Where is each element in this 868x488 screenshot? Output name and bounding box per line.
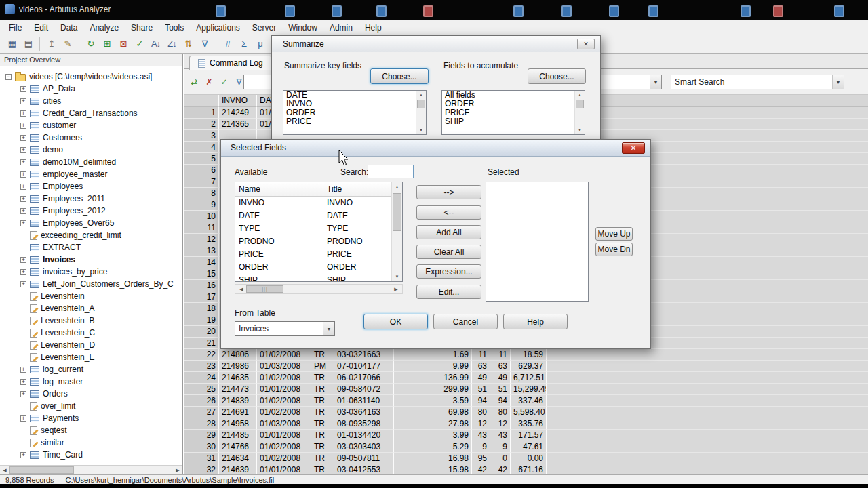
tree-root-videos[interactable]: − videos [C:\temp\videos\videos.asi] (0, 70, 182, 83)
tree-item-over_limit[interactable]: over_limit (0, 400, 182, 412)
menu-admin[interactable]: Admin (323, 21, 359, 35)
field-row[interactable]: SHIPSHIP (235, 274, 391, 282)
delete-table-icon[interactable]: ⊠ (115, 36, 131, 52)
scrollbar-thumb[interactable]: ||| (246, 285, 283, 293)
expression-button[interactable]: Expression... (416, 264, 481, 279)
field-row[interactable]: INVNOINVNO (235, 197, 391, 209)
column-header[interactable]: INVNO (219, 95, 257, 107)
list-item[interactable]: PRICE (283, 117, 426, 126)
dialog-titlebar[interactable]: Selected Fields (221, 140, 650, 157)
key-fields-listbox[interactable]: DATEINVNOORDERPRICE ▲ ▼ (283, 90, 427, 135)
tree-item-invoices_by_price[interactable]: +invoices_by_price (0, 266, 182, 278)
tree-item-employees[interactable]: +Employees (0, 180, 182, 192)
tree-item-similar[interactable]: similar (0, 436, 182, 449)
tree-item-log_current[interactable]: +log_current (0, 363, 182, 375)
tree-item-customer[interactable]: +customer (0, 119, 182, 131)
move-down-button[interactable]: Move Dn (595, 243, 633, 256)
tree-item-ap_data[interactable]: +AP_Data (0, 83, 182, 95)
field-row[interactable]: TYPETYPE (235, 222, 391, 235)
fields-column-header[interactable]: Title (323, 182, 391, 196)
tab-command-log[interactable]: Command Log (189, 56, 272, 70)
count-icon[interactable]: # (220, 36, 235, 52)
expand-icon[interactable]: + (20, 391, 26, 397)
menu-tools[interactable]: Tools (159, 21, 190, 35)
tree-item-customers[interactable]: +Customers (0, 131, 182, 144)
scroll-up-icon[interactable]: ▲ (416, 93, 426, 97)
filter-icon[interactable]: ∇ (197, 36, 212, 52)
menu-help[interactable]: Help (359, 21, 388, 35)
menu-server[interactable]: Server (246, 21, 282, 35)
scroll-down-icon[interactable]: ▼ (392, 274, 402, 279)
scroll-right-icon[interactable]: ▶ (173, 468, 182, 473)
tree-item-levenshtein_a[interactable]: Levenshtein_A (0, 302, 182, 314)
expand-icon[interactable]: + (20, 184, 26, 190)
expand-icon[interactable]: + (20, 110, 26, 117)
apply-filter-icon[interactable]: ✓ (218, 75, 231, 88)
tree-item-demo[interactable]: +demo (0, 144, 182, 156)
tree-item-levenshtein[interactable]: Levenshtein (0, 290, 182, 302)
move-up-button[interactable]: Move Up (595, 227, 633, 241)
help-button[interactable]: Help (503, 314, 568, 329)
from-table-combo[interactable]: Invoices ▼ (235, 321, 335, 336)
menu-applications[interactable]: Applications (190, 21, 246, 35)
scrollbar-thumb[interactable] (417, 100, 425, 108)
grid-data-row[interactable]: 3021476601/02/2008TR03-03034035.299947.6… (184, 441, 868, 453)
scroll-left-icon[interactable]: ◀ (0, 468, 9, 473)
tree-item-log_master[interactable]: +log_master (0, 375, 182, 388)
tree-item-levenshtein_d[interactable]: Levenshtein_D (0, 339, 182, 351)
field-row[interactable]: PRICEPRICE (235, 248, 391, 261)
tree-item-extract[interactable]: EXTRACT (0, 241, 182, 253)
choose-key-fields-button[interactable]: Choose... (370, 68, 429, 84)
tree-item-employees_over65[interactable]: +Employees_Over65 (0, 217, 182, 229)
collapse-icon[interactable]: − (5, 74, 12, 80)
save-icon[interactable]: ▦ (4, 36, 20, 52)
expand-icon[interactable]: + (20, 367, 26, 373)
tree-item-employee_master[interactable]: +employee_master (0, 168, 182, 180)
add-table-icon[interactable]: ⊞ (99, 36, 115, 52)
tree-item-orders[interactable]: +Orders (0, 388, 182, 400)
verify-icon[interactable]: ✓ (132, 36, 147, 52)
menu-data[interactable]: Data (54, 21, 83, 35)
sort-desc-icon[interactable]: Z↓ (164, 36, 180, 52)
expand-icon[interactable]: + (20, 135, 26, 141)
tree-item-exceeding_credit_limit[interactable]: exceeding_credit_limit (0, 229, 182, 241)
scroll-up-icon[interactable]: ▲ (392, 185, 402, 189)
refresh-icon[interactable]: ↻ (83, 36, 98, 52)
scrollbar-thumb[interactable] (393, 193, 401, 231)
close-icon[interactable]: ✕ (577, 39, 595, 49)
scroll-up-icon[interactable]: ▲ (575, 93, 585, 97)
field-row[interactable]: DATEDATE (235, 209, 391, 222)
search-input[interactable] (368, 165, 414, 178)
available-fields-table[interactable]: NameTitle INVNOINVNODATEDATETYPETYPEPROD… (235, 182, 403, 282)
cancel-button[interactable]: Cancel (433, 314, 498, 329)
tree-item-invoices[interactable]: +Invoices (0, 253, 182, 266)
expand-icon[interactable]: + (20, 196, 26, 202)
vertical-scrollbar[interactable]: ▲ ▼ (574, 91, 585, 134)
tree-item-seqtest[interactable]: seqtest (0, 424, 182, 436)
fields-column-header[interactable]: Name (235, 182, 323, 196)
menu-share[interactable]: Share (125, 21, 159, 35)
scrollbar-thumb[interactable] (9, 466, 74, 474)
chevron-down-icon[interactable]: ▼ (650, 75, 661, 89)
expand-icon[interactable]: + (20, 98, 26, 104)
edit-filter-icon[interactable]: ⇄ (188, 75, 201, 88)
print-icon[interactable]: ▤ (20, 36, 36, 52)
vertical-scrollbar[interactable]: ▲ ▼ (391, 182, 402, 281)
tree-item-payments[interactable]: +Payments (0, 412, 182, 424)
expand-icon[interactable]: + (20, 159, 26, 165)
expand-icon[interactable]: + (20, 452, 26, 458)
smart-search-combo[interactable]: Smart Search ▼ (671, 75, 844, 89)
export-icon[interactable]: ↥ (43, 36, 59, 52)
tree-item-levenshtein_b[interactable]: Levenshtein_B (0, 314, 182, 327)
menu-analyze[interactable]: Analyze (83, 21, 125, 35)
expand-icon[interactable]: + (20, 147, 26, 153)
list-item[interactable]: SHIP (442, 117, 585, 126)
chevron-down-icon[interactable]: ▼ (323, 322, 334, 336)
expand-icon[interactable]: + (20, 281, 26, 287)
dialog-titlebar[interactable]: Summarize (272, 36, 600, 52)
tree-item-levenshtein_e[interactable]: Levenshtein_E (0, 351, 182, 363)
swap-icon[interactable]: ⇅ (180, 36, 196, 52)
expand-icon[interactable]: + (20, 208, 26, 214)
expand-icon[interactable]: + (20, 86, 26, 92)
scroll-right-icon[interactable]: ▶ (391, 287, 401, 292)
